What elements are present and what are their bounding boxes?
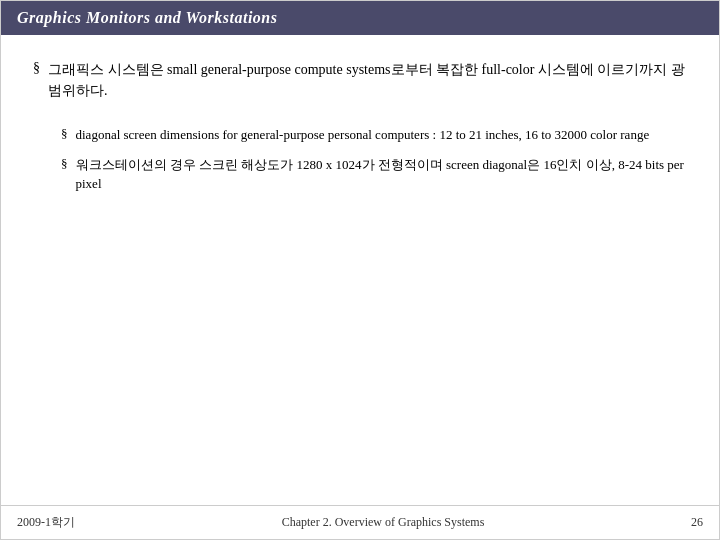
slide-title: Graphics Monitors and Workstations	[17, 9, 277, 26]
main-bullet-symbol: §	[33, 60, 40, 76]
main-bullet-text: 그래픽스 시스템은 small general-purpose compute …	[48, 59, 687, 101]
sub-bullet-2: § 워크스테이션의 경우 스크린 해상도가 1280 x 1024가 전형적이며…	[61, 155, 687, 194]
sub-bullet-text-2: 워크스테이션의 경우 스크린 해상도가 1280 x 1024가 전형적이며 s…	[76, 155, 688, 194]
footer-center: Chapter 2. Overview of Graphics Systems	[282, 515, 485, 530]
slide-header: Graphics Monitors and Workstations	[1, 1, 719, 35]
slide-footer: 2009-1학기 Chapter 2. Overview of Graphics…	[1, 505, 719, 539]
sub-bullets: § diagonal screen dimensions for general…	[61, 125, 687, 204]
slide-content: § 그래픽스 시스템은 small general-purpose comput…	[1, 35, 719, 505]
footer-right: 26	[691, 515, 703, 530]
main-bullet: § 그래픽스 시스템은 small general-purpose comput…	[33, 59, 687, 101]
footer-left: 2009-1학기	[17, 514, 75, 531]
slide-container: Graphics Monitors and Workstations § 그래픽…	[0, 0, 720, 540]
sub-bullet-symbol-2: §	[61, 156, 68, 172]
sub-bullet-symbol-1: §	[61, 126, 68, 142]
sub-bullet-1: § diagonal screen dimensions for general…	[61, 125, 687, 145]
sub-bullet-text-1: diagonal screen dimensions for general-p…	[76, 125, 650, 145]
